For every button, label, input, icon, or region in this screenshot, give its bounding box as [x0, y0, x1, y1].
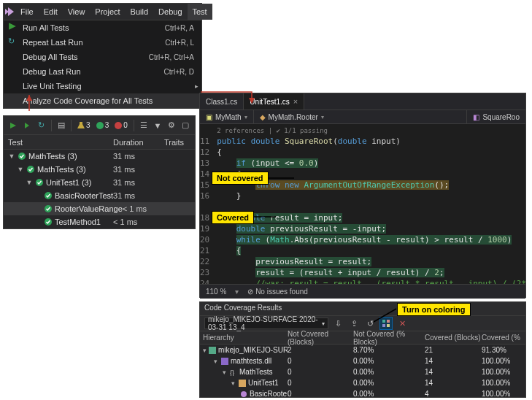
ns-icon: {} [230, 369, 237, 376]
test-row[interactable]: ▼UnitTest1 (3)31 ms [4, 176, 195, 189]
repeat-icon[interactable]: ↻ [36, 119, 47, 132]
group-icon[interactable]: ☰ [139, 119, 150, 132]
issues-status: ⊘ No issues found [247, 288, 308, 296]
close-icon[interactable]: × [293, 97, 298, 106]
coverage-item-label: MathTests [239, 368, 273, 376]
chevron-down-icon[interactable]: ▾ [212, 358, 219, 365]
dll-icon [221, 358, 228, 365]
code-editor-panel: Class1.csUnitTest1.cs× ▣ MyMath ▾ ◆ MyMa… [199, 93, 526, 298]
zoom-level[interactable]: 110 % [206, 288, 226, 296]
breadcrumb-class[interactable]: ◆ MyMath.Rooter ▾ [254, 113, 467, 121]
menu-project[interactable]: Project [90, 4, 125, 20]
col-notcov-blocks[interactable]: Not Covered (Blocks) [288, 330, 353, 346]
coverage-title: Code Coverage Results [200, 302, 525, 315]
test-row[interactable]: ▼MathTests (3)31 ms [4, 150, 195, 163]
merge-icon[interactable]: ↺ [363, 317, 377, 330]
badge-pass: 3 [95, 121, 111, 129]
line-number-gutter: 11121314151618192021222324 [200, 124, 212, 284]
run-icon [209, 347, 216, 354]
settings-icon[interactable]: ⚙ [166, 119, 177, 132]
col-notcov-pct[interactable]: Not Covered (% Blocks) [353, 330, 425, 346]
chevron-spacer [34, 205, 42, 212]
delete-icon[interactable]: ✕ [396, 317, 409, 330]
col-cov-pct[interactable]: Covered (% [482, 334, 525, 342]
test-duration: 31 ms [113, 178, 164, 187]
columns-icon[interactable]: ▢ [180, 119, 190, 132]
breadcrumb-method[interactable]: ◧ SquareRoo [467, 113, 525, 121]
svg-rect-10 [382, 324, 385, 327]
coverage-row[interactable]: ▾mathtests.dll00.00%14100.00% [200, 355, 525, 366]
coloring-toggle-icon[interactable] [379, 317, 393, 330]
test-explorer-toolbar: ↻ ▤ 3 3 0 ☰ ▼ ⚙ ▢ [4, 116, 195, 135]
menu-debug[interactable]: Debug [153, 4, 187, 20]
run-icon[interactable] [22, 119, 33, 132]
pass-icon [18, 152, 26, 161]
menuitem-debug-last-run[interactable]: Debug Last RunCtrl+R, D [4, 64, 201, 79]
tab-unittest1-cs[interactable]: UnitTest1.cs× [244, 93, 304, 109]
coverage-row[interactable]: ▾{}MathTests00.00%14100.00% [200, 366, 525, 377]
svg-rect-13 [221, 358, 228, 365]
method-icon [240, 391, 247, 398]
menu-view[interactable]: View [63, 4, 90, 20]
coverage-row[interactable]: BasicRooterTest()00.00%4100.00% [200, 388, 525, 398]
menubar: FileEditViewProjectBuildDebugTest [4, 4, 201, 20]
menuitem-run-all-tests[interactable]: Run All TestsCtrl+R, A [4, 20, 201, 35]
coverage-item-label: mathtests.dll [231, 357, 271, 365]
test-name: BasicRooterTest [55, 191, 113, 200]
menuitem-debug-all-tests[interactable]: Debug All TestsCtrl+R, Ctrl+A [4, 50, 201, 64]
menu-edit[interactable]: Edit [39, 4, 63, 20]
chevron-down-icon[interactable]: ▾ [220, 369, 228, 376]
pass-icon [44, 191, 53, 200]
chevron-down-icon[interactable]: ▼ [26, 179, 33, 186]
menuitem-analyze-code-coverage-for-all-tests[interactable]: Analyze Code Coverage for All Tests [4, 93, 201, 108]
badge-fail: 0 [113, 121, 129, 129]
menu-build[interactable]: Build [126, 4, 153, 20]
codelens-text[interactable]: 2 references | ✔ 1/1 passing [217, 127, 328, 134]
chevron-down-icon[interactable]: ▼ [17, 166, 24, 173]
test-duration: 31 ms [113, 152, 164, 161]
col-test[interactable]: Test [4, 138, 113, 147]
test-duration: < 1 ms [113, 218, 164, 226]
menu-test[interactable]: Test [188, 4, 212, 20]
run-all-icon[interactable] [8, 119, 19, 132]
editor-statusbar: 110 % ▾ ⊘ No issues found [200, 284, 525, 299]
col-cov-blocks[interactable]: Covered (Blocks) [425, 334, 482, 342]
pass-icon [44, 218, 53, 226]
test-duration: < 1 ms [123, 204, 168, 213]
test-name: MathTests (3) [37, 165, 86, 174]
col-traits[interactable]: Traits [164, 138, 195, 147]
svg-rect-11 [387, 324, 390, 327]
menuitem-live-unit-testing[interactable]: Live Unit Testing▸ [4, 79, 201, 93]
chevron-down-icon[interactable]: ▼ [8, 153, 15, 160]
play-icon [8, 22, 18, 32]
test-name: RooterValueRange [55, 204, 123, 213]
export-icon[interactable]: ⇪ [347, 317, 361, 330]
breadcrumb-bar: ▣ MyMath ▾ ◆ MyMath.Rooter ▾ ◧ SquareRoo [200, 109, 525, 124]
menuitem-repeat-last-run[interactable]: ↻Repeat Last RunCtrl+R, L [4, 35, 201, 50]
chevron-down-icon[interactable]: ▾ [229, 380, 236, 387]
test-explorer-header: Test Duration Traits [4, 135, 195, 150]
svg-point-1 [115, 122, 122, 129]
filter-icon[interactable]: ▼ [152, 119, 163, 132]
callout-coloring: Turn on coloring [397, 303, 471, 316]
svg-point-0 [96, 122, 104, 129]
col-duration[interactable]: Duration [113, 138, 164, 147]
breadcrumb-project[interactable]: ▣ MyMath ▾ [200, 113, 253, 121]
tab-class1-cs[interactable]: Class1.cs [200, 93, 244, 109]
coverage-run-select[interactable]: mikejo_MIKEJO-SURFACE 2020-03-31 13_4▾ [204, 318, 328, 329]
callout-covered: Covered [212, 211, 254, 224]
coverage-row[interactable]: ▾UnitTest100.00%14100.00% [200, 377, 525, 388]
test-row[interactable]: TestMethod1< 1 ms [4, 215, 195, 228]
import-icon[interactable]: ⇩ [331, 317, 344, 330]
test-row[interactable]: RooterValueRange< 1 ms [4, 202, 195, 215]
playlist-icon[interactable]: ▤ [55, 119, 66, 132]
menu-file[interactable]: File [15, 4, 39, 20]
col-hierarchy[interactable]: Hierarchy [200, 334, 288, 342]
chevron-spacer [34, 192, 42, 199]
code-area[interactable]: 11121314151618192021222324 2 references … [200, 124, 525, 284]
test-row[interactable]: ▼MathTests (3)31 ms [4, 163, 195, 176]
chevron-down-icon[interactable]: ▾ [203, 347, 207, 354]
test-row[interactable]: BasicRooterTest31 ms [4, 189, 195, 202]
test-menu-dropdown: Run All TestsCtrl+R, A↻Repeat Last RunCt… [4, 20, 201, 108]
coverage-row[interactable]: ▾mikejo_MIKEJO-SURFACE 2020-03-31 13_...… [200, 345, 525, 355]
